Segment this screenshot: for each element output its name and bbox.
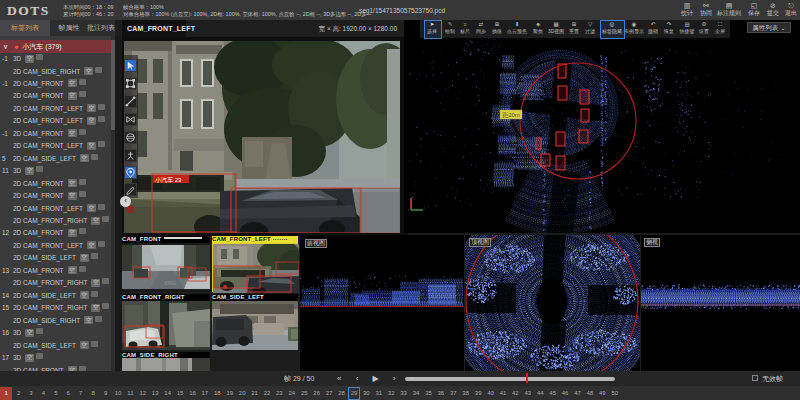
svg-text:XING: XING	[164, 280, 176, 286]
svg-text:距20m: 距20m	[502, 111, 520, 118]
svg-text:小汽车 23: 小汽车 23	[155, 176, 182, 183]
